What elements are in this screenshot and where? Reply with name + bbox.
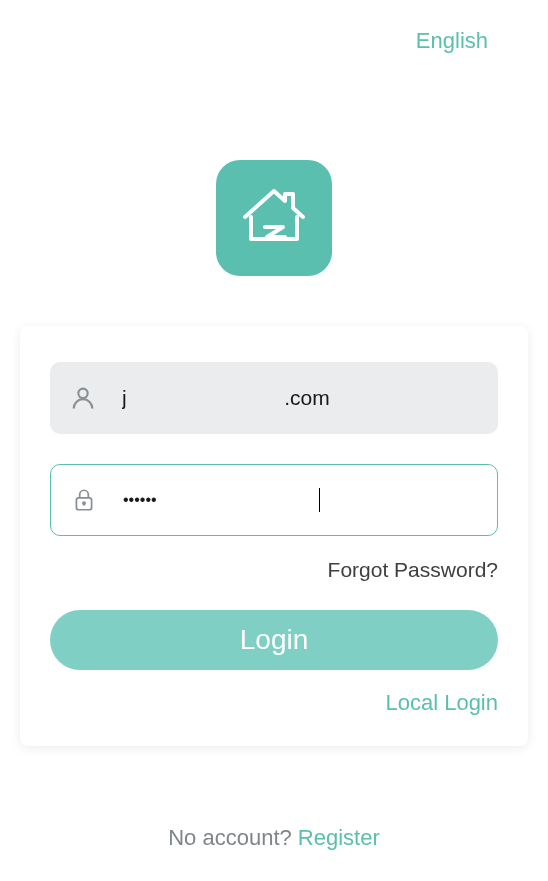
register-prompt: No account?: [168, 825, 298, 850]
forgot-password-link[interactable]: Forgot Password?: [328, 558, 498, 581]
password-row[interactable]: [50, 464, 498, 536]
login-button[interactable]: Login: [50, 610, 498, 670]
lock-icon: [69, 487, 99, 513]
password-input[interactable]: [123, 491, 323, 509]
person-icon: [68, 384, 98, 412]
text-cursor: [319, 488, 320, 512]
register-link[interactable]: Register: [298, 825, 380, 850]
username-input[interactable]: [122, 386, 480, 410]
register-row: No account? Register: [0, 825, 548, 851]
app-logo: [216, 160, 332, 276]
house-icon: [237, 179, 311, 257]
local-login-row: Local Login: [50, 690, 498, 716]
login-card: Forgot Password? Login Local Login: [20, 326, 528, 746]
language-label: English: [416, 28, 488, 53]
username-row[interactable]: [50, 362, 498, 434]
forgot-password-row: Forgot Password?: [50, 558, 498, 582]
logo-container: [0, 160, 548, 276]
language-selector[interactable]: English: [416, 28, 488, 54]
svg-point-0: [78, 389, 87, 398]
local-login-link[interactable]: Local Login: [385, 690, 498, 715]
